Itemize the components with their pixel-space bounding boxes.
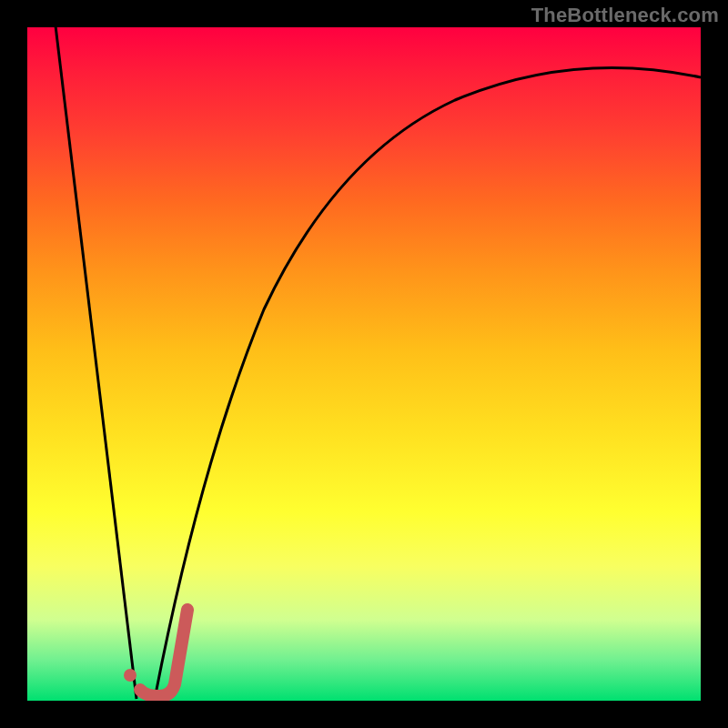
left-slope-line <box>55 27 136 699</box>
curves-layer <box>27 27 701 701</box>
chart-frame: TheBottleneck.com <box>0 0 728 728</box>
plot-area <box>27 27 701 701</box>
right-curve-line <box>155 67 701 699</box>
brand-watermark: TheBottleneck.com <box>531 4 719 27</box>
marker-dot <box>124 669 136 682</box>
